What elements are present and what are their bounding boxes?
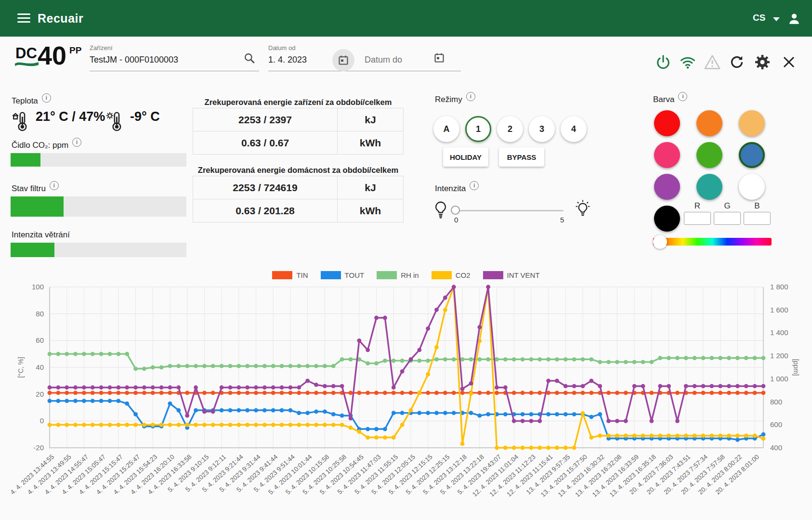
intensity-slider-knob[interactable] — [451, 206, 460, 215]
table-cell: kJ — [338, 108, 404, 131]
info-icon[interactable]: i — [678, 92, 687, 101]
intensity-max-label: 5 — [560, 216, 564, 224]
energy-device-table: 2253 / 2397kJ 0.63 / 0.67kWh — [193, 108, 404, 155]
color-label: Barvai — [653, 95, 687, 104]
energy-home-table: 2253 / 724619kJ 0.63 / 201.28kWh — [193, 176, 404, 222]
logo-wave — [14, 60, 39, 66]
color-swatch-0[interactable] — [654, 110, 680, 136]
color-swatches — [654, 110, 765, 200]
bulb-on-icon — [574, 199, 591, 220]
energy-device-title: Zrekuperovaná energie zařízení za období… — [193, 98, 404, 107]
svg-text:-20: -20 — [33, 443, 44, 452]
svg-text:400: 400 — [770, 443, 782, 452]
svg-text:40: 40 — [36, 363, 44, 371]
app-header: Recuair CS — [0, 0, 812, 37]
filter-progress-bar — [11, 196, 186, 217]
search-icon[interactable] — [243, 52, 256, 65]
svg-text:600: 600 — [770, 420, 782, 429]
svg-text:0: 0 — [40, 416, 44, 425]
modes-label: Režimyi — [435, 95, 475, 104]
hue-gradient-knob[interactable] — [653, 235, 667, 249]
svg-text:1 200: 1 200 — [770, 351, 788, 360]
r-input[interactable] — [684, 212, 711, 225]
table-cell: 2253 / 724619 — [193, 176, 338, 199]
b-input[interactable] — [744, 212, 771, 225]
info-icon[interactable]: i — [72, 138, 81, 147]
device-field-label: Zařízení — [90, 44, 113, 52]
intensity-min-label: 0 — [454, 216, 458, 224]
calendar-icon[interactable] — [433, 52, 445, 64]
svg-text:20: 20 — [36, 390, 44, 398]
co2-progress-fill — [11, 153, 40, 167]
device-field-underline — [90, 71, 259, 71]
svg-text:1 800: 1 800 — [770, 283, 788, 291]
info-icon[interactable]: i — [42, 93, 51, 103]
color-swatch-1[interactable] — [696, 110, 722, 136]
menu-icon[interactable] — [17, 13, 30, 23]
indoor-temp-value: 21° C / 47% — [36, 109, 105, 124]
chevron-down-icon[interactable] — [773, 17, 780, 21]
filter-status-label: Stav filtrui — [12, 184, 59, 194]
info-icon[interactable]: i — [50, 181, 59, 190]
sensor-chart: 100806040200-201 8001 6001 4001 2001 000… — [0, 270, 812, 520]
table-cell: 0.63 / 201.28 — [193, 199, 338, 222]
r-label: R — [684, 201, 711, 211]
calendar-icon[interactable] — [338, 54, 349, 66]
power-icon[interactable] — [655, 54, 671, 70]
svg-text:100: 100 — [32, 283, 44, 291]
mode-button-2[interactable]: 2 — [497, 116, 523, 142]
date-from-value[interactable]: 1. 4. 2023 — [268, 55, 307, 65]
color-swatch-6[interactable] — [654, 174, 680, 200]
color-swatch-7[interactable] — [696, 174, 722, 200]
outdoor-temp-value: -9° C — [130, 109, 160, 124]
svg-text:800: 800 — [770, 398, 782, 406]
color-swatch-4[interactable] — [696, 142, 722, 168]
device-field-value[interactable]: TestJM - 000F0100003 — [90, 55, 178, 65]
svg-text:[ppm]: [ppm] — [792, 359, 800, 376]
bulb-off-icon — [432, 200, 449, 220]
info-icon[interactable]: i — [470, 181, 479, 190]
energy-home-title: Zrekuperovaná energie domácnost za obdob… — [193, 166, 404, 175]
color-swatch-2[interactable] — [739, 110, 765, 136]
refresh-icon[interactable] — [729, 54, 745, 70]
logo-model: 40 — [38, 40, 66, 70]
mode-button-4[interactable]: 4 — [561, 116, 587, 142]
svg-text:80: 80 — [36, 310, 44, 318]
outdoor-thermometer-icon — [105, 110, 127, 132]
svg-text:[°C, %]: [°C, %] — [17, 357, 25, 378]
date-to-underline — [365, 71, 461, 71]
vent-intensity-label: Intenzita větrání — [12, 230, 70, 240]
filter-progress-fill — [11, 196, 64, 217]
intensity-slider-track[interactable] — [453, 210, 563, 211]
svg-text:1 400: 1 400 — [770, 328, 788, 337]
color-swatch-black[interactable] — [654, 206, 680, 232]
date-from-underline — [268, 71, 365, 71]
holiday-button[interactable]: HOLIDAY — [443, 147, 488, 167]
color-swatch-3[interactable] — [654, 142, 680, 168]
wifi-icon[interactable] — [679, 54, 696, 70]
g-input[interactable] — [714, 212, 741, 225]
mode-button-1[interactable]: 1 — [465, 116, 491, 142]
color-swatch-5[interactable] — [739, 142, 765, 168]
user-icon[interactable] — [787, 12, 801, 28]
mode-buttons: A1234 — [433, 116, 587, 142]
hue-gradient-slider[interactable] — [653, 238, 772, 246]
date-to-placeholder[interactable]: Datum do — [365, 55, 402, 65]
table-cell: 2253 / 2397 — [193, 108, 338, 131]
mode-button-3[interactable]: 3 — [529, 116, 555, 142]
gear-icon[interactable] — [754, 54, 771, 70]
table-cell: 0.63 / 0.67 — [193, 131, 338, 155]
warning-icon[interactable] — [703, 53, 721, 71]
table-cell: kJ — [338, 176, 404, 199]
language-selector[interactable]: CS — [753, 13, 765, 23]
color-swatch-8[interactable] — [739, 174, 765, 200]
temperature-label: Teplotai — [12, 96, 51, 106]
app-title: Recuair — [38, 12, 83, 26]
info-icon[interactable]: i — [466, 92, 475, 101]
bypass-button[interactable]: BYPASS — [499, 147, 544, 167]
svg-text:1 600: 1 600 — [770, 306, 788, 314]
mode-button-a[interactable]: A — [433, 116, 459, 142]
close-icon[interactable] — [781, 54, 797, 70]
logo-suffix: PP — [69, 45, 81, 56]
svg-text:60: 60 — [36, 336, 44, 344]
